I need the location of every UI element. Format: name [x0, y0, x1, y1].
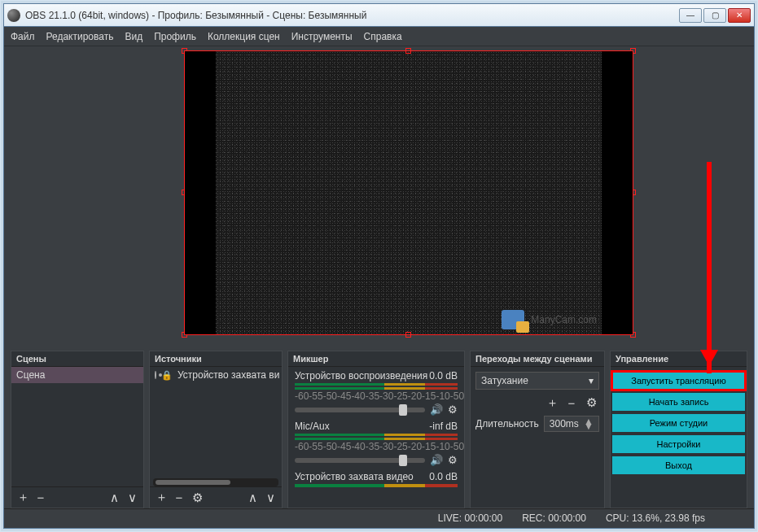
preview-area[interactable]: ManyCam.com [4, 46, 754, 351]
transition-select[interactable]: Затухание ▾ [475, 372, 599, 390]
source-up-button[interactable]: ∧ [244, 490, 261, 506]
vu-meter [295, 434, 458, 440]
scene-down-button[interactable]: ∨ [124, 490, 140, 506]
menu-scene-collection[interactable]: Коллекция сцен [208, 31, 280, 42]
source-add-button[interactable]: ＋ [153, 490, 169, 506]
start-streaming-button[interactable]: Запустить трансляцию [612, 372, 745, 390]
dock-mixer-title: Микшер [288, 351, 464, 367]
dock-controls-title: Управление [611, 351, 747, 367]
dock-scenes: Сцены Сцена ＋ − ∧ ∨ [11, 351, 144, 508]
source-remove-button[interactable]: − [171, 490, 187, 506]
speaker-icon[interactable]: 🔊 [430, 403, 443, 416]
mixer-channel: Устройство воспроизведения0.0 dB -60-55-… [288, 367, 464, 417]
dock-sources-title: Источники [150, 351, 282, 367]
menu-help[interactable]: Справка [364, 31, 402, 42]
scene-add-button[interactable]: ＋ [15, 490, 31, 506]
menu-view[interactable]: Вид [125, 31, 142, 42]
transition-remove-button[interactable]: − [563, 395, 580, 411]
vu-meter [295, 484, 458, 487]
visibility-icon[interactable] [155, 371, 156, 379]
studio-mode-button[interactable]: Режим студии [612, 414, 745, 432]
source-item-label: Устройство захвата ви [177, 369, 279, 381]
menu-file[interactable]: Файл [11, 31, 35, 42]
preview-video: ManyCam.com [185, 51, 633, 334]
menu-profile[interactable]: Профиль [154, 31, 196, 42]
settings-button[interactable]: Настройки [612, 435, 745, 453]
status-live: LIVE: 00:00:00 [438, 512, 502, 524]
preview-selection[interactable]: ManyCam.com [185, 51, 633, 334]
manycam-icon [502, 310, 524, 329]
vu-meter [295, 383, 458, 390]
watermark: ManyCam.com [502, 310, 597, 329]
volume-slider[interactable] [295, 458, 425, 463]
annotation-arrow [707, 162, 712, 373]
chevron-down-icon: ▾ [589, 375, 594, 386]
status-rec: REC: 00:00:00 [522, 512, 586, 524]
gear-icon[interactable]: ⚙ [448, 403, 458, 416]
titlebar[interactable]: OBS 21.1.0 (64bit, windows) - Профиль: Б… [4, 4, 754, 27]
dock-scenes-title: Сцены [11, 351, 143, 367]
mixer-channel: Mic/Aux-inf dB -60-55-50-45-40-35-30-25-… [288, 417, 464, 468]
dock-transitions-title: Переходы между сценами [471, 351, 604, 367]
exit-button[interactable]: Выход [612, 456, 745, 474]
duration-input[interactable]: 300ms ▲▼ [544, 416, 599, 432]
scene-remove-button[interactable]: − [33, 490, 49, 506]
app-icon [7, 9, 20, 22]
mixer-channel: Устройство захвата видео0.0 dB [288, 468, 464, 489]
minimize-button[interactable]: — [679, 8, 702, 23]
menubar: Файл Редактировать Вид Профиль Коллекция… [4, 27, 754, 46]
statusbar: LIVE: 00:00:00 REC: 00:00:00 CPU: 13.6%,… [4, 508, 754, 526]
lock-icon[interactable]: 🔒 [161, 370, 173, 381]
start-recording-button[interactable]: Начать запись [612, 393, 745, 411]
volume-slider[interactable] [295, 408, 425, 412]
menu-edit[interactable]: Редактировать [46, 31, 114, 42]
dock-transitions: Переходы между сценами Затухание ▾ ＋ − ⚙… [470, 351, 605, 508]
transition-props-button[interactable]: ⚙ [583, 395, 599, 411]
sources-scrollbar[interactable] [153, 478, 278, 486]
menu-tools[interactable]: Инструменты [291, 31, 353, 42]
close-button[interactable]: ✕ [728, 8, 751, 23]
dock-controls: Управление Запустить трансляцию Начать з… [610, 351, 747, 508]
gear-icon[interactable]: ⚙ [448, 454, 458, 466]
duration-label: Длительность [475, 418, 539, 430]
scene-item[interactable]: Сцена [11, 367, 143, 383]
maximize-button[interactable]: ▢ [703, 8, 726, 23]
speaker-icon[interactable]: 🔊 [430, 454, 443, 466]
status-cpu: CPU: 13.6%, 23.98 fps [606, 512, 705, 524]
source-item[interactable]: 🔒 Устройство захвата ви [150, 367, 282, 383]
window-title: OBS 21.1.0 (64bit, windows) - Профиль: Б… [25, 10, 679, 21]
dock-sources: Источники 🔒 Устройство захвата ви ＋ − ⚙ … [149, 351, 283, 508]
app-window: OBS 21.1.0 (64bit, windows) - Профиль: Б… [3, 3, 755, 529]
transition-add-button[interactable]: ＋ [544, 395, 560, 411]
source-props-button[interactable]: ⚙ [189, 490, 205, 506]
scene-up-button[interactable]: ∧ [106, 490, 122, 506]
dock-mixer: Микшер Устройство воспроизведения0.0 dB … [287, 351, 465, 508]
source-down-button[interactable]: ∨ [262, 490, 278, 506]
